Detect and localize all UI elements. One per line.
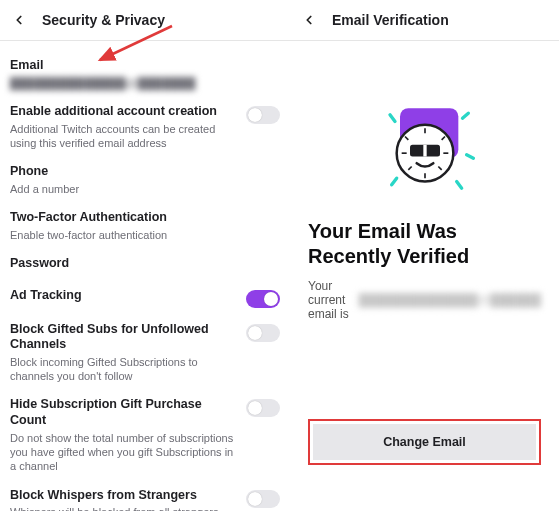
settings-list: Email ██████████████@███████ Enable addi… [0, 41, 290, 511]
change-email-button[interactable]: Change Email [313, 424, 536, 460]
row-subtitle: Additional Twitch accounts can be create… [10, 122, 238, 151]
email-verification-screen: Email Verification [290, 0, 559, 511]
enable-additional-account-toggle[interactable] [246, 106, 280, 124]
password-row[interactable]: Password [10, 249, 280, 281]
email-value-masked: ██████████████@███████ [10, 76, 280, 90]
right-header: Email Verification [290, 0, 559, 41]
phone-row[interactable]: Phone Add a number [10, 157, 280, 203]
change-email-highlight: Change Email [308, 419, 541, 465]
back-icon[interactable] [10, 11, 28, 29]
row-title: Ad Tracking [10, 288, 238, 304]
enable-additional-account-row: Enable additional account creation Addit… [10, 97, 280, 157]
email-row[interactable]: Email ██████████████@███████ [10, 51, 280, 97]
ad-tracking-row: Ad Tracking [10, 281, 280, 315]
block-whispers-row: Block Whispers from Strangers Whispers w… [10, 481, 280, 511]
row-title: Password [10, 256, 280, 272]
two-factor-row[interactable]: Two-Factor Authentication Enable two-fac… [10, 203, 280, 249]
row-subtitle: Do not show the total number of subscrip… [10, 431, 238, 474]
heading-line1: Your Email Was [308, 219, 541, 244]
hide-gift-count-row: Hide Subscription Gift Purchase Count Do… [10, 390, 280, 480]
block-whispers-toggle[interactable] [246, 490, 280, 508]
current-email-line: Your current email is ██████████████@███… [308, 279, 541, 321]
left-header: Security & Privacy [0, 0, 290, 41]
row-title: Hide Subscription Gift Purchase Count [10, 397, 238, 428]
heading-line2: Recently Verified [308, 244, 541, 269]
row-title: Phone [10, 164, 280, 180]
ad-tracking-toggle[interactable] [246, 290, 280, 308]
row-title: Enable additional account creation [10, 104, 238, 120]
back-icon[interactable] [300, 11, 318, 29]
security-privacy-screen: Security & Privacy Email ██████████████@… [0, 0, 290, 511]
svg-line-2 [462, 113, 468, 118]
row-subtitle: Add a number [10, 182, 280, 196]
current-email-masked: ██████████████@██████ [359, 293, 541, 307]
row-subtitle: Whispers will be blocked from all strang… [10, 505, 238, 511]
row-subtitle: Block incoming Gifted Subscriptions to c… [10, 355, 238, 384]
block-gifted-subs-toggle[interactable] [246, 324, 280, 342]
page-title: Security & Privacy [42, 12, 165, 28]
current-email-label: Your current email is [308, 279, 355, 321]
row-title: Block Gifted Subs for Unfollowed Channel… [10, 322, 238, 353]
page-title: Email Verification [332, 12, 449, 28]
svg-line-1 [390, 115, 395, 122]
row-subtitle: Enable two-factor authentication [10, 228, 280, 242]
hide-gift-count-toggle[interactable] [246, 399, 280, 417]
row-title: Two-Factor Authentication [10, 210, 280, 226]
block-gifted-subs-row: Block Gifted Subs for Unfollowed Channel… [10, 315, 280, 391]
verification-heading: Your Email Was Recently Verified [308, 219, 541, 269]
verified-email-illustration-icon [375, 101, 475, 197]
row-title: Email [10, 58, 280, 74]
svg-line-5 [456, 182, 461, 189]
svg-line-4 [391, 178, 396, 185]
row-title: Block Whispers from Strangers [10, 488, 238, 504]
svg-rect-16 [423, 145, 426, 157]
svg-line-3 [466, 155, 473, 158]
